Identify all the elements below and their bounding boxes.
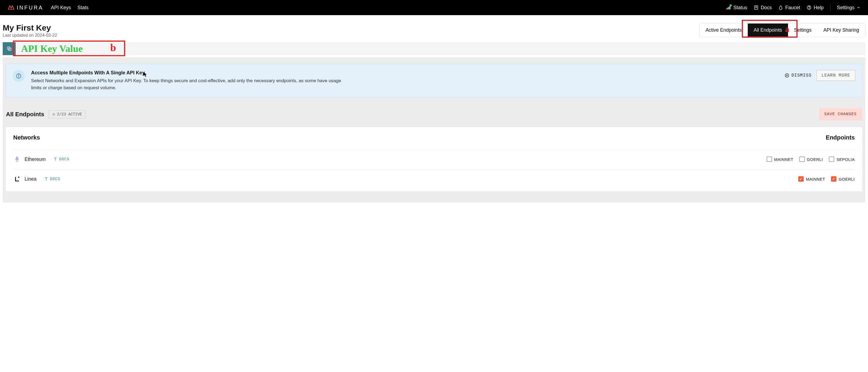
- checkbox-icon: [767, 157, 772, 162]
- brand-logo[interactable]: INFURA: [7, 4, 43, 11]
- section-title: All Endpoints: [6, 111, 44, 118]
- svg-marker-18: [15, 156, 19, 161]
- network-row: Linea DOCS MAINNET: [13, 169, 855, 189]
- nav-status[interactable]: Status: [726, 5, 747, 10]
- annotation-label-b: b: [110, 42, 116, 54]
- endpoint-checkbox[interactable]: GOERLI: [799, 157, 823, 162]
- col-networks: Networks: [13, 134, 40, 141]
- svg-rect-0: [726, 8, 727, 9]
- svg-point-13: [19, 74, 19, 75]
- page-header: My First Key Last updated on 2024-03-22 …: [3, 18, 865, 40]
- logo-icon: [7, 4, 14, 11]
- nav-faucet[interactable]: Faucet: [778, 5, 800, 10]
- book-icon: [44, 177, 49, 181]
- endpoint-checkbox[interactable]: GOERLI: [831, 176, 855, 182]
- nav-left: API Keys Stats: [51, 5, 88, 10]
- banner-title: Access Multiple Endpoints With A Single …: [31, 70, 778, 76]
- svg-marker-17: [53, 113, 55, 116]
- svg-rect-1: [727, 7, 728, 9]
- svg-rect-2: [728, 7, 730, 9]
- nav-right: Status Docs Faucet Help Settings: [726, 4, 861, 11]
- signal-icon: [726, 5, 731, 10]
- api-key-field: API Key Value b: [16, 42, 865, 55]
- info-banner: Access Multiple Endpoints With A Single …: [5, 64, 863, 97]
- nav-docs[interactable]: Docs: [754, 5, 772, 10]
- dismiss-button[interactable]: DISMISS: [784, 73, 811, 78]
- top-navbar: INFURA API Keys Stats Status Docs Faucet: [0, 0, 868, 15]
- checkbox-icon: [829, 157, 834, 162]
- close-circle-icon: [784, 73, 789, 78]
- logo-text: INFURA: [17, 5, 43, 11]
- linea-icon: [13, 175, 21, 183]
- docs-icon: [754, 5, 758, 10]
- annotation-label-a: a: [785, 24, 789, 34]
- page-updated: Last updated on 2024-03-22: [3, 33, 57, 38]
- endpoint-checkbox[interactable]: SEPOLIA: [829, 157, 855, 162]
- bolt-icon: [52, 113, 55, 116]
- help-icon: [807, 5, 811, 10]
- page-body: My First Key Last updated on 2024-03-22 …: [0, 15, 868, 203]
- learn-more-button[interactable]: LEARN MORE: [816, 70, 855, 81]
- nav-stats[interactable]: Stats: [77, 5, 88, 10]
- svg-point-20: [18, 177, 20, 178]
- nav-help[interactable]: Help: [807, 5, 824, 10]
- nav-settings-dropdown[interactable]: Settings: [837, 5, 861, 10]
- endpoint-checkbox[interactable]: MAINNET: [767, 157, 794, 162]
- chevron-down-icon: [857, 6, 861, 9]
- active-count-pill: 2/23 ACTIVE: [49, 110, 85, 118]
- banner-text: Select Networks and Expansion APIs for y…: [31, 77, 350, 91]
- checkbox-icon: [799, 157, 805, 162]
- drop-icon: [778, 5, 783, 10]
- content-area: Access Multiple Endpoints With A Single …: [3, 57, 865, 203]
- api-key-value: API Key Value: [21, 43, 83, 54]
- docs-link[interactable]: DOCS: [44, 177, 60, 181]
- ethereum-icon: [13, 155, 21, 163]
- docs-link[interactable]: DOCS: [53, 157, 69, 161]
- nav-api-keys[interactable]: API Keys: [51, 5, 71, 10]
- tab-active-endpoints[interactable]: Active Endpoints: [700, 24, 748, 37]
- tab-all-endpoints[interactable]: All Endpoints: [748, 24, 788, 37]
- section-header: All Endpoints 2/23 ACTIVE SAVE CHANGES: [5, 108, 863, 120]
- tab-settings[interactable]: Settings: [788, 24, 817, 37]
- checkbox-icon: [798, 176, 804, 182]
- network-name: Linea: [25, 176, 36, 182]
- copy-icon: [6, 46, 12, 51]
- network-row: Ethereum DOCS MAINNET: [13, 149, 855, 169]
- networks-panel: Networks Endpoints Ethereum: [5, 127, 863, 192]
- checkbox-icon: [831, 176, 836, 182]
- info-icon: [13, 70, 25, 82]
- view-tabs: Active Endpoints All Endpoints Settings …: [700, 23, 865, 37]
- col-endpoints: Endpoints: [826, 134, 855, 141]
- copy-api-key-button[interactable]: [3, 42, 16, 55]
- save-changes-button[interactable]: SAVE CHANGES: [819, 108, 862, 120]
- endpoint-checkbox[interactable]: MAINNET: [798, 176, 825, 182]
- book-icon: [53, 157, 58, 161]
- tab-api-key-sharing[interactable]: API Key Sharing: [817, 24, 865, 37]
- nav-divider: [830, 4, 831, 11]
- api-key-row: API Key Value b: [3, 42, 865, 55]
- page-title: My First Key: [3, 23, 57, 32]
- network-name: Ethereum: [25, 157, 46, 162]
